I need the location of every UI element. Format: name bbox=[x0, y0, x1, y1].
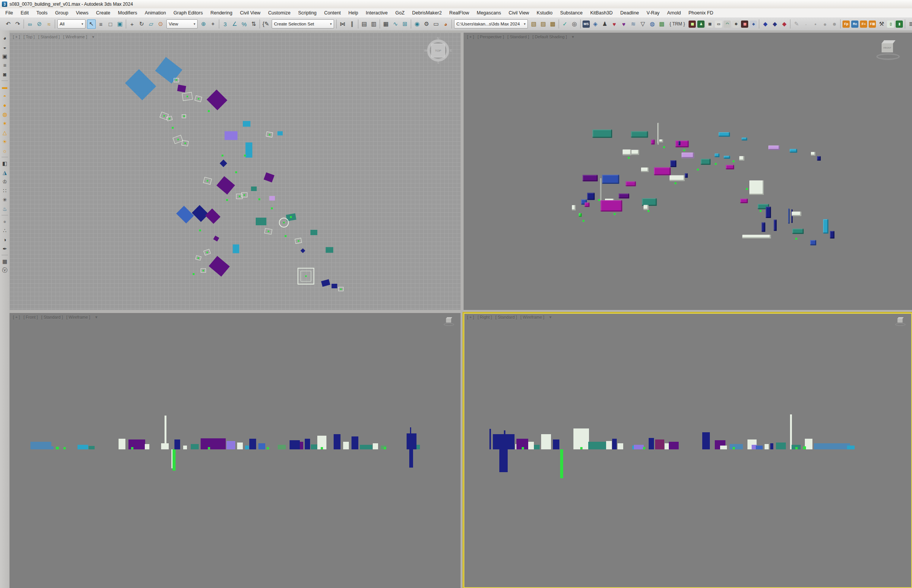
vp-right-label-seg-2[interactable]: [ Standard ] bbox=[495, 315, 517, 320]
heart-plugin-icon[interactable]: ♥ bbox=[610, 19, 619, 29]
spinner-snap-icon[interactable]: ⇅ bbox=[249, 19, 258, 29]
menu-deadline[interactable]: Deadline bbox=[616, 9, 643, 18]
render-setup-icon[interactable]: ⚙ bbox=[422, 19, 431, 29]
vray-videocam-icon[interactable]: ◙ bbox=[1, 70, 9, 79]
percent-snap-icon[interactable]: % bbox=[240, 19, 249, 29]
rendered-frame-window-icon[interactable]: ▭ bbox=[432, 19, 440, 29]
vp-front-label-seg-3[interactable]: [ Wireframe ] bbox=[66, 315, 90, 320]
snaps-toggle-3d-icon[interactable]: 3 bbox=[221, 19, 230, 29]
viewcube-north[interactable]: N bbox=[437, 37, 440, 40]
colorchip-plugin-icon[interactable]: ▩ bbox=[657, 19, 666, 29]
panel-green-icon[interactable]: ▮ bbox=[896, 21, 903, 28]
menu-civil-view[interactable]: Civil View bbox=[236, 9, 264, 18]
brush-size-4-icon[interactable]: ● bbox=[830, 19, 839, 29]
vp-top-label-seg-2[interactable]: [ Standard ] bbox=[38, 35, 60, 39]
import-max-file-icon[interactable]: ▧ bbox=[529, 19, 538, 29]
layer-stack-icon[interactable]: ≣ bbox=[907, 19, 912, 29]
paint-icon[interactable]: ✒ bbox=[1, 244, 9, 253]
select-and-move-icon[interactable]: + bbox=[128, 19, 136, 29]
vray-cube2-icon[interactable]: ◆ bbox=[770, 19, 779, 29]
vray-sun-icon[interactable]: ☀ bbox=[1, 137, 9, 146]
vray-dots-grid-icon[interactable]: ∷ bbox=[1, 186, 9, 195]
color-dots-icon[interactable]: ∴ bbox=[1, 226, 9, 235]
menu-substance[interactable]: Substance bbox=[556, 9, 586, 18]
vray-cube3-icon[interactable]: ◆ bbox=[780, 19, 789, 29]
viewcube-west[interactable]: W bbox=[424, 48, 427, 52]
menu-arnold[interactable]: Arnold bbox=[663, 9, 685, 18]
filter-funnel-icon[interactable]: ▼ bbox=[548, 315, 552, 320]
save-plugin-icon[interactable]: ▽ bbox=[639, 19, 647, 29]
align-icon[interactable]: ∥ bbox=[348, 19, 356, 29]
viewcube-east[interactable]: E bbox=[450, 48, 452, 52]
undo-icon[interactable]: ↶ bbox=[4, 19, 13, 29]
vray-proxy-icon[interactable]: ◮ bbox=[1, 168, 9, 177]
viewcube-face[interactable]: TOP bbox=[431, 44, 445, 57]
named-selection-set-dropdown[interactable]: Create Selection Set▾ bbox=[272, 19, 334, 29]
menu-create[interactable]: Create bbox=[92, 9, 114, 18]
vray-fire-icon[interactable]: ♨ bbox=[1, 204, 9, 213]
grid-red-plugin-icon[interactable]: ▦ bbox=[741, 21, 748, 28]
menu-kitbash3d[interactable]: KitBash3D bbox=[586, 9, 616, 18]
menu-views[interactable]: Views bbox=[72, 9, 92, 18]
menu-goz[interactable]: GoZ bbox=[391, 9, 408, 18]
vray-plane-light-icon[interactable]: ▬ bbox=[1, 82, 9, 91]
viewcube-south[interactable]: S bbox=[437, 61, 439, 65]
viewcube-front-mini[interactable] bbox=[443, 317, 456, 327]
menu-tools[interactable]: Tools bbox=[33, 9, 51, 18]
arnold-plugin-icon[interactable]: ◠ bbox=[723, 21, 731, 28]
vray-dome-icon[interactable]: ◒ bbox=[1, 42, 9, 51]
filter-funnel-icon[interactable]: ▼ bbox=[571, 35, 575, 39]
vp-front-label-seg-2[interactable]: [ Standard ] bbox=[41, 315, 63, 320]
menu-content[interactable]: Content bbox=[320, 9, 344, 18]
vray-cube1-icon[interactable]: ◆ bbox=[761, 19, 770, 29]
menu-graph-editors[interactable]: Graph Editors bbox=[170, 9, 207, 18]
bind-to-space-warp-icon[interactable]: ≈ bbox=[44, 19, 53, 29]
autoback-icon[interactable]: ◎ bbox=[570, 19, 579, 29]
pen-disabled-icon[interactable]: ✎ bbox=[792, 19, 800, 29]
vp-right-label-seg-3[interactable]: [ Wireframe ] bbox=[520, 315, 544, 320]
viewport-perspective[interactable]: [ + ][ Perspective ][ Standard ][ Defaul… bbox=[464, 33, 912, 310]
scene-explorer-icon[interactable]: ▤ bbox=[360, 19, 369, 29]
redo-icon[interactable]: ↷ bbox=[13, 19, 22, 29]
forestpack-lister-icon[interactable]: F≡ bbox=[860, 21, 867, 28]
vray-mesh-light-icon[interactable]: ◍ bbox=[1, 110, 9, 118]
menu-interactive[interactable]: Interactive bbox=[362, 9, 392, 18]
edit-named-selection-sets-icon[interactable]: {✎ bbox=[262, 19, 270, 29]
use-pivot-point-icon[interactable]: ⊕ bbox=[199, 19, 208, 29]
vp-persp-label-seg-0[interactable]: [ + ] bbox=[467, 35, 474, 39]
viewcube-front-face[interactable]: FRONT bbox=[881, 43, 893, 52]
brush-size-1-icon[interactable]: · bbox=[801, 19, 810, 29]
target-plugin-icon[interactable]: ⊕ bbox=[732, 21, 739, 28]
vray-camera-icon[interactable]: ▣ bbox=[1, 52, 9, 60]
vray-dome-light-icon[interactable]: ◓ bbox=[1, 92, 9, 100]
menu-realflow[interactable]: RealFlow bbox=[445, 9, 473, 18]
vp-top-label-seg-1[interactable]: [ Top ] bbox=[24, 35, 35, 39]
vp-top-label-seg-0[interactable]: [ + ] bbox=[13, 35, 20, 39]
select-and-rotate-icon[interactable]: ↻ bbox=[137, 19, 146, 29]
render-production-icon[interactable]: ◕ bbox=[441, 19, 450, 29]
selection-filter-dropdown[interactable]: All▾ bbox=[57, 19, 86, 29]
brush-size-2-icon[interactable]: • bbox=[811, 19, 820, 29]
replace-file-icon[interactable]: ▩ bbox=[548, 19, 557, 29]
vp-right-label-seg-0[interactable]: [ + ] bbox=[467, 315, 474, 320]
railclone-icon[interactable]: Rc bbox=[851, 21, 859, 28]
vray-list-icon[interactable]: ≡ bbox=[1, 61, 9, 69]
viewport-top[interactable]: [ + ][ Top ][ Standard ][ Wireframe ]▼ N… bbox=[10, 33, 461, 310]
viewcube-top[interactable]: N S W E TOP bbox=[425, 38, 451, 63]
viewport-front[interactable]: [ + ][ Front ][ Standard ][ Wireframe ]▼ bbox=[10, 313, 461, 588]
cube-plugin-icon[interactable]: ◈ bbox=[750, 21, 757, 28]
mirror-icon[interactable]: ⋈ bbox=[338, 19, 347, 29]
select-and-link-icon[interactable]: ∞ bbox=[26, 19, 34, 29]
vp-top-label-seg-3[interactable]: [ Wireframe ] bbox=[63, 35, 87, 39]
checker-icon[interactable]: ▦ bbox=[1, 257, 9, 265]
vp-right-label-seg-1[interactable]: [ Right ] bbox=[478, 315, 492, 320]
menu-help[interactable]: Help bbox=[344, 9, 362, 18]
vray-rays-icon[interactable]: ☼ bbox=[1, 146, 9, 155]
globe-plugin-icon[interactable]: ◍ bbox=[648, 19, 657, 29]
menu-file[interactable]: File bbox=[2, 9, 17, 18]
menu-phoenix-fd[interactable]: Phoenix FD bbox=[685, 9, 717, 18]
menu-customize[interactable]: Customize bbox=[264, 9, 294, 18]
stack-plugin-icon[interactable]: ≋ bbox=[629, 19, 638, 29]
vp-persp-label-seg-2[interactable]: [ Standard ] bbox=[507, 35, 529, 39]
viewport-right-active[interactable]: [ + ][ Right ][ Standard ][ Wireframe ]▼ bbox=[464, 313, 912, 588]
